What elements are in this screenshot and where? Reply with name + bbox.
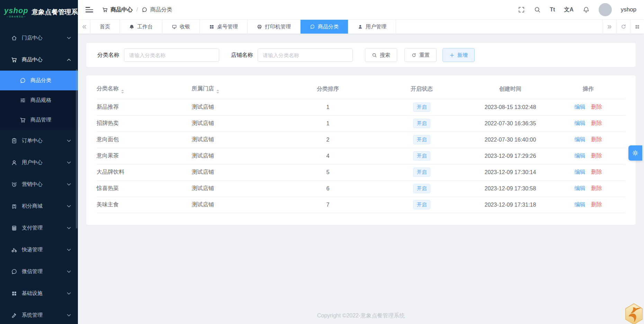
collapse-sidebar-icon[interactable] [86,6,93,14]
sidebar-item-order-center[interactable]: 订单中心 [0,130,78,152]
table-row: 新品推荐 测试店铺 1 开启 2023-08-15 13:02:48 编辑删除 [97,99,625,115]
tab-home[interactable]: 首页 [90,20,120,34]
username[interactable]: yshop [621,6,636,13]
sidebar-item-marketing-center[interactable]: 营销中心 [0,173,78,195]
breadcrumb-product-category[interactable]: 商品分类 [142,6,172,14]
sidebar-item-product-center[interactable]: 商品中心 [0,49,78,71]
reset-button[interactable]: 重置 [404,48,437,62]
grid-icon [209,24,214,29]
font-size-icon[interactable]: Tt [550,7,555,13]
bell-icon [129,24,134,29]
refresh-icon [411,53,417,58]
avatar[interactable] [599,3,612,16]
tabs-scroll-left-icon[interactable] [78,20,90,34]
status-badge: 开启 [413,184,430,193]
sidebar-item-express-manage[interactable]: 快递管理 [0,239,78,261]
sort-icon[interactable] [216,90,219,93]
edit-link[interactable]: 编辑 [574,185,585,191]
alarm-clock-icon [11,181,17,188]
sidebar-item-store-center[interactable]: 门店中心 [0,27,78,49]
tag-icon [11,203,17,209]
col-created: 创建时间 [469,80,552,99]
app-title: 意象点餐管理系统 [32,8,78,17]
fullscreen-icon[interactable] [518,6,525,13]
sort-icon[interactable] [121,90,124,93]
tab-user-manage[interactable]: 用户管理 [348,20,396,34]
status-badge: 开启 [413,200,430,209]
sidebar-item-user-center[interactable]: 用户中心 [0,152,78,173]
status-badge: 开启 [413,151,430,161]
col-category-name: 分类名称 [97,80,192,99]
chevron-down-icon [67,205,71,208]
app-root: yshop —意象点餐系统— 意象点餐管理系统 门店中心 商品中心 商品分类 [0,0,644,324]
edit-link[interactable]: 编辑 [574,136,585,142]
tab-printer-manage[interactable]: 打印机管理 [248,20,301,34]
category-table: 分类名称 所属门店 分类排序 开启状态 创建时间 操作 [97,80,625,213]
sidebar-item-payment-manage[interactable]: 支付管理 [0,217,78,239]
edit-link[interactable]: 编辑 [574,169,585,175]
sidebar-menu: 门店中心 商品中心 商品分类 商品规格 商品管理 [0,27,78,324]
grid-icon [11,290,17,297]
sidebar-subitem-product-manage[interactable]: 商品管理 [0,110,78,130]
main-area: 商品中心 / 商品分类 Tt 文A yshop [78,0,644,324]
tab-table-manage[interactable]: 桌号管理 [200,20,248,34]
tab-workbench[interactable]: 工作台 [120,20,162,34]
tabs-layout-icon[interactable] [630,20,644,34]
status-badge: 开启 [413,135,430,144]
home-icon [11,35,17,41]
chevron-down-icon [67,37,71,39]
comment-icon [142,7,147,13]
sidebar-subitem-product-spec[interactable]: 商品规格 [0,90,78,110]
chevron-down-icon [67,161,71,164]
bird-hexagon-icon [624,303,644,324]
delete-link[interactable]: 删除 [591,153,602,159]
sidebar-scrollbar[interactable] [76,69,78,228]
tab-cashier[interactable]: 收银 [162,20,200,34]
tabbar-controls [602,20,644,34]
chevron-down-icon [67,183,71,186]
bell-icon[interactable] [583,6,590,13]
translate-icon[interactable]: 文A [564,6,574,14]
sidebar-item-wechat-manage[interactable]: 微信管理 [0,261,78,282]
bird-extension-badge[interactable] [624,303,644,324]
status-badge: 开启 [413,119,430,128]
user-icon [358,24,363,29]
delete-link[interactable]: 删除 [591,136,602,142]
chevron-up-icon [67,58,71,61]
comment-icon [20,78,26,84]
clipboard-icon [11,138,17,144]
search-icon[interactable] [534,6,541,13]
table-row: 意向果茶 测试店铺 4 开启 2023-12-09 17:29:26 编辑删除 [97,148,625,164]
sliders-icon [20,97,26,104]
table-card: 分类名称 所属门店 分类排序 开启状态 创建时间 操作 [86,75,636,225]
delete-link[interactable]: 删除 [591,185,602,191]
delete-link[interactable]: 删除 [591,104,602,110]
delete-link[interactable]: 删除 [591,169,602,175]
sidebar-item-infrastructure[interactable]: 基础设施 [0,282,78,304]
edit-link[interactable]: 编辑 [574,104,585,110]
edit-link[interactable]: 编辑 [574,153,585,159]
tabs-refresh-icon[interactable] [616,20,630,34]
chevron-down-icon [67,249,71,251]
delete-link[interactable]: 删除 [591,201,602,207]
delete-link[interactable]: 删除 [591,120,602,126]
table-row: 意向面包 测试店铺 2 开启 2022-07-30 16:40:00 编辑删除 [97,132,625,148]
breadcrumb-product-center[interactable]: 商品中心 [102,6,133,14]
bike-icon [11,247,17,253]
tabs-scroll-right-icon[interactable] [602,20,616,34]
settings-panel-button[interactable] [628,145,642,161]
search-button[interactable]: 搜索 [365,48,397,62]
yshop-logo: yshop —意象点餐系统— [4,7,28,18]
sidebar-subitem-product-category[interactable]: 商品分类 [0,71,78,90]
table-header-row: 分类名称 所属门店 分类排序 开启状态 创建时间 操作 [97,80,625,99]
table-row: 惊喜热菜 测试店铺 6 开启 2023-12-09 17:30:58 编辑删除 [97,180,625,197]
add-button[interactable]: 新增 [442,48,475,62]
edit-link[interactable]: 编辑 [574,120,585,126]
tab-product-category[interactable]: 商品分类 [301,20,348,34]
edit-link[interactable]: 编辑 [574,201,585,207]
category-name-input[interactable] [124,48,219,62]
sidebar-item-system-manage[interactable]: 系统管理 [0,304,78,324]
logo-row[interactable]: yshop —意象点餐系统— 意象点餐管理系统 [0,0,78,24]
store-name-input[interactable] [258,48,353,62]
sidebar-item-points-mall[interactable]: 积分商城 [0,195,78,217]
